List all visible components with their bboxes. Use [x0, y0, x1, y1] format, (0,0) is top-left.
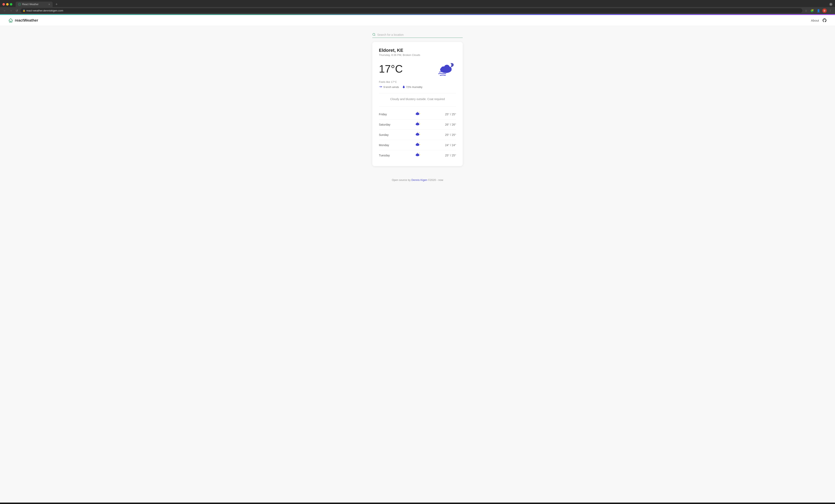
svg-point-34 — [418, 144, 419, 145]
forecast-row: Monday 24° / 24° — [379, 140, 456, 150]
github-icon[interactable] — [822, 18, 827, 23]
wind-icon — [379, 85, 383, 89]
svg-line-20 — [419, 122, 420, 122]
footer-text-pre: Open source by — [392, 178, 411, 181]
forecast-divider — [379, 106, 456, 107]
location-date: Thursday, 8:36 PM, Broken Clouds — [379, 54, 456, 57]
location-name: Eldoret, KE — [379, 48, 456, 53]
browser-menu-icon — [829, 3, 833, 6]
lock-icon: 🔒 — [23, 9, 25, 12]
forecast-temps: 25° / 25° — [440, 113, 456, 116]
address-bar-wrapper: 🔒 — [21, 8, 802, 13]
close-button[interactable] — [2, 3, 5, 5]
browser-chrome: React Weather ✕ + ← → ↺ 🔒 ☆ 🧩 👤 D ⋮ — [0, 0, 835, 14]
brand: reactWeather — [8, 18, 38, 23]
weather-main: 17°C — [379, 61, 456, 77]
browser-actions: ☆ 🧩 👤 D ⋮ — [804, 8, 833, 13]
forecast-day: Tuesday — [379, 154, 395, 157]
more-options-icon[interactable]: ⋮ — [828, 8, 833, 13]
app-wrapper: reactWeather About Eldoret, KE Thursday,… — [0, 15, 835, 503]
svg-point-42 — [418, 154, 419, 156]
weather-icon — [435, 61, 456, 77]
svg-point-0 — [18, 3, 21, 5]
svg-line-28 — [419, 133, 420, 133]
footer-text-post: ©2020 - now — [427, 178, 443, 181]
svg-point-10 — [418, 113, 419, 115]
tab-close-icon[interactable]: ✕ — [48, 3, 50, 6]
forecast-icon — [395, 111, 440, 117]
forecast-row: Tuesday 25° / 25° — [379, 150, 456, 160]
humidity-icon — [402, 85, 405, 89]
forecast-icon — [395, 121, 440, 127]
feels-like: Feels like 17°C — [379, 80, 456, 83]
address-input[interactable] — [21, 8, 802, 13]
forecast-temps: 25° / 25° — [440, 154, 456, 157]
brand-icon — [8, 18, 13, 23]
profile-icon[interactable]: 👤 — [816, 8, 821, 13]
forecast-row: Friday 25° / 25° — [379, 109, 456, 119]
extension-icon[interactable]: 🧩 — [810, 8, 815, 13]
forward-button[interactable]: → — [8, 8, 13, 13]
forecast-temps: 25° / 25° — [440, 133, 456, 137]
forecast-temps: 26° / 26° — [440, 123, 456, 126]
forecast-day: Saturday — [379, 123, 395, 126]
nav-actions: About — [811, 18, 827, 23]
about-link[interactable]: About — [811, 19, 819, 22]
svg-point-18 — [418, 123, 419, 125]
temperature: 17°C — [379, 63, 403, 74]
wind-detail: 9 km/h winds — [379, 85, 399, 89]
user-avatar[interactable]: D — [822, 8, 827, 13]
new-tab-button[interactable]: + — [54, 2, 59, 6]
search-input[interactable] — [372, 32, 463, 38]
minimize-button[interactable] — [6, 3, 8, 5]
footer: Open source by Dennis Kigen ©2020 - now — [0, 172, 835, 188]
tab-title: React Weather — [22, 3, 39, 6]
bookmark-icon[interactable]: ☆ — [804, 8, 808, 13]
humidity-detail: 72% Humidity — [402, 85, 423, 89]
forecast-icon — [395, 152, 440, 158]
tab-favicon — [18, 3, 21, 6]
weather-description: Cloudy and blustery outside. Coat requir… — [379, 96, 456, 104]
forecast-icon — [395, 142, 440, 148]
brand-name: reactWeather — [15, 18, 38, 23]
forecast-day: Sunday — [379, 133, 395, 137]
svg-line-12 — [419, 112, 420, 112]
svg-point-26 — [418, 134, 419, 135]
refresh-button[interactable]: ↺ — [15, 8, 19, 13]
forecast-row: Sunday 25° / 25° — [379, 130, 456, 140]
main-content: Eldoret, KE Thursday, 8:36 PM, Broken Cl… — [0, 26, 835, 172]
svg-point-5 — [448, 67, 452, 71]
svg-line-36 — [419, 143, 420, 143]
address-bar-row: ← → ↺ 🔒 ☆ 🧩 👤 D ⋮ — [0, 7, 835, 14]
traffic-lights — [2, 3, 12, 5]
forecast-list: Friday 25° / 25° Saturday — [379, 109, 456, 160]
footer-author-link[interactable]: Dennis Kigen — [411, 178, 427, 181]
back-button[interactable]: ← — [2, 8, 7, 13]
navbar: reactWeather About — [0, 15, 835, 26]
humidity-value: 72% Humidity — [406, 85, 423, 88]
tab-bar: React Weather ✕ + — [0, 0, 835, 7]
svg-point-1 — [373, 33, 375, 36]
wind-value: 9 km/h winds — [383, 85, 399, 88]
maximize-button[interactable] — [10, 3, 12, 5]
search-icon — [372, 33, 375, 37]
forecast-day: Monday — [379, 143, 395, 147]
forecast-row: Saturday 26° / 26° — [379, 119, 456, 130]
forecast-temps: 24° / 24° — [440, 143, 456, 147]
active-tab[interactable]: React Weather ✕ — [16, 2, 53, 7]
forecast-day: Friday — [379, 113, 395, 116]
svg-line-44 — [419, 153, 420, 153]
weather-card: Eldoret, KE Thursday, 8:36 PM, Broken Cl… — [372, 42, 463, 166]
forecast-icon — [395, 132, 440, 138]
weather-details: 9 km/h winds 72% Humidity — [379, 85, 456, 89]
search-wrapper — [372, 32, 463, 38]
